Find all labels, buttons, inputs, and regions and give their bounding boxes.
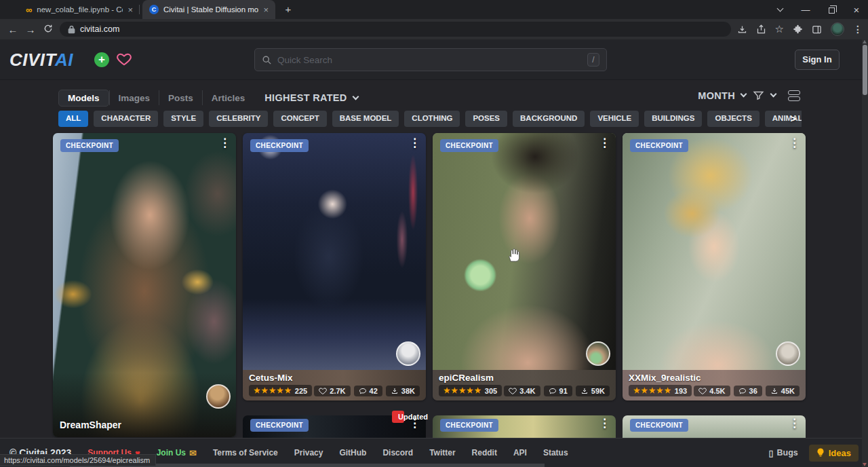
upload-plus-button[interactable]: + — [94, 52, 109, 67]
tab-posts[interactable]: Posts — [159, 90, 202, 106]
card-menu-kebab-icon[interactable]: ⋮ — [219, 137, 231, 149]
search-input[interactable] — [277, 55, 582, 65]
scrollbar-down-arrow[interactable] — [863, 463, 867, 466]
model-card-xxmix-9realistic[interactable]: CHECKPOINT ⋮ XXMix_9realistic ★★★★★193 4… — [623, 133, 806, 400]
tab-articles[interactable]: Articles — [203, 90, 254, 106]
footer-link-terms[interactable]: Terms of Service — [213, 448, 278, 457]
download-icon[interactable] — [737, 24, 747, 35]
close-tab-icon[interactable]: × — [263, 5, 269, 15]
category-chip-buildings[interactable]: BUILDINGS — [644, 111, 702, 127]
window-restore-button[interactable] — [823, 0, 840, 19]
browser-tab-colab[interactable]: ∞ new_colab_file.ipynb - Colaborat × — [19, 0, 140, 19]
downloads-pill[interactable]: 38K — [386, 386, 420, 396]
likes-pill[interactable]: 4.5K — [694, 386, 730, 396]
model-card-cetus-mix[interactable]: CHECKPOINT ⋮ Cetus-Mix ★★★★★225 2.7K 42 … — [243, 133, 426, 400]
scrollbar-thumb[interactable] — [863, 45, 867, 95]
new-tab-button[interactable]: + — [282, 3, 294, 16]
quick-search-bar[interactable]: / — [254, 48, 607, 71]
chevron-down-icon[interactable] — [770, 91, 777, 98]
close-tab-icon[interactable]: × — [127, 5, 133, 15]
card-menu-kebab-icon[interactable]: ⋮ — [599, 417, 610, 429]
category-chip-concept[interactable]: CONCEPT — [273, 111, 326, 127]
filter-funnel-icon[interactable] — [753, 90, 764, 101]
rating-count: 305 — [485, 387, 497, 395]
sort-dropdown[interactable]: HIGHEST RATED — [264, 92, 357, 103]
downloads-pill[interactable]: 45K — [766, 386, 800, 396]
category-chip-poses[interactable]: POSES — [465, 111, 507, 127]
period-dropdown[interactable]: MONTH — [698, 90, 746, 101]
downloads-count: 38K — [401, 387, 415, 395]
creator-avatar[interactable] — [586, 341, 610, 366]
category-chip-background[interactable]: BACKGROUND — [513, 111, 585, 127]
footer-link-discord[interactable]: Discord — [382, 448, 413, 457]
model-preview-image — [623, 133, 806, 370]
card-menu-kebab-icon[interactable]: ⋮ — [789, 417, 800, 429]
category-chip-style[interactable]: STYLE — [163, 111, 203, 127]
category-chip-clothing[interactable]: CLOTHING — [404, 111, 460, 127]
browser-tab-civitai[interactable]: C Civitai | Stable Diffusion models, × — [142, 0, 275, 19]
window-minimize-button[interactable]: — — [797, 0, 814, 19]
reload-button[interactable] — [39, 24, 57, 35]
tab-title: Civitai | Stable Diffusion models, — [163, 5, 258, 14]
category-chip-base-model[interactable]: BASE MODEL — [332, 111, 399, 127]
link-label: Join Us — [157, 448, 186, 457]
browser-menu-kebab-icon[interactable]: ⋮ — [853, 24, 863, 35]
card-menu-kebab-icon[interactable]: ⋮ — [789, 137, 800, 149]
back-button[interactable]: ← — [4, 24, 22, 35]
creator-avatar[interactable] — [396, 341, 420, 366]
rating-pill[interactable]: ★★★★★193 — [629, 385, 692, 396]
rating-pill[interactable]: ★★★★★225 — [249, 385, 312, 396]
creator-avatar[interactable] — [776, 341, 800, 366]
category-chip-all[interactable]: ALL — [58, 111, 88, 127]
extensions-puzzle-icon[interactable] — [793, 24, 803, 35]
footer-link-twitter[interactable]: Twitter — [429, 448, 455, 457]
category-chip-objects[interactable]: OBJECTS — [707, 111, 759, 127]
likes-count: 4.5K — [709, 387, 725, 395]
url-text[interactable]: civitai.com — [80, 24, 119, 34]
footer-link-reddit[interactable]: Reddit — [472, 448, 497, 457]
model-type-badge: CHECKPOINT — [250, 139, 309, 152]
creator-avatar[interactable] — [206, 384, 231, 409]
comments-pill[interactable]: 36 — [734, 386, 762, 396]
bookmark-star-icon[interactable]: ☆ — [775, 23, 784, 35]
civitai-logo[interactable]: CIVITAI — [9, 50, 73, 71]
likes-pill[interactable]: 3.4K — [504, 386, 540, 396]
sign-in-button[interactable]: Sign In — [795, 50, 840, 70]
footer-link-github[interactable]: GitHub — [339, 448, 366, 457]
model-card-epicrealism[interactable]: CHECKPOINT ⋮ epiCRealism ★★★★★305 3.4K 9… — [433, 133, 616, 400]
card-menu-kebab-icon[interactable]: ⋮ — [409, 137, 420, 149]
chips-scroll-right-arrow[interactable]: > — [785, 111, 802, 127]
footer-link-status[interactable]: Status — [543, 448, 568, 457]
page-scrollbar[interactable] — [862, 39, 868, 467]
tab-models[interactable]: Models — [58, 90, 109, 107]
scrollbar-up-arrow[interactable] — [863, 40, 867, 43]
favorites-heart-icon[interactable] — [116, 52, 132, 69]
model-card-dreamshaper[interactable]: CHECKPOINT ⋮ DreamShaper — [53, 133, 236, 437]
chevron-down-icon — [741, 91, 747, 98]
category-chip-celebrity[interactable]: CELEBRITY — [209, 111, 268, 127]
browser-profile-avatar[interactable] — [831, 22, 844, 36]
side-panel-icon[interactable] — [812, 24, 822, 35]
category-chip-vehicle[interactable]: VEHICLE — [590, 111, 639, 127]
layout-toggle-icon[interactable] — [788, 90, 800, 101]
downloads-pill[interactable]: 59K — [576, 386, 610, 396]
comments-pill[interactable]: 91 — [544, 386, 572, 396]
rating-count: 193 — [675, 387, 687, 395]
card-menu-kebab-icon[interactable]: ⋮ — [599, 137, 610, 149]
comments-pill[interactable]: 42 — [354, 386, 382, 396]
category-chip-character[interactable]: CHARACTER — [94, 111, 158, 127]
footer-link-api[interactable]: API — [513, 448, 527, 457]
likes-pill[interactable]: 2.7K — [314, 386, 350, 396]
bugs-button[interactable]: ▯Bugs — [769, 448, 798, 458]
window-close-button[interactable]: × — [848, 0, 865, 19]
footer-link-join-us[interactable]: Join Us✉ — [157, 448, 197, 458]
share-icon[interactable] — [756, 24, 766, 35]
tab-search-chevron-icon[interactable] — [772, 0, 788, 19]
download-icon — [770, 387, 778, 395]
address-bar[interactable]: civitai.com — [60, 22, 731, 37]
tab-images[interactable]: Images — [110, 90, 159, 106]
rating-pill[interactable]: ★★★★★305 — [439, 385, 502, 396]
ideas-button[interactable]: Ideas — [809, 445, 859, 462]
footer-link-privacy[interactable]: Privacy — [294, 448, 323, 457]
forward-button[interactable]: → — [22, 24, 39, 35]
